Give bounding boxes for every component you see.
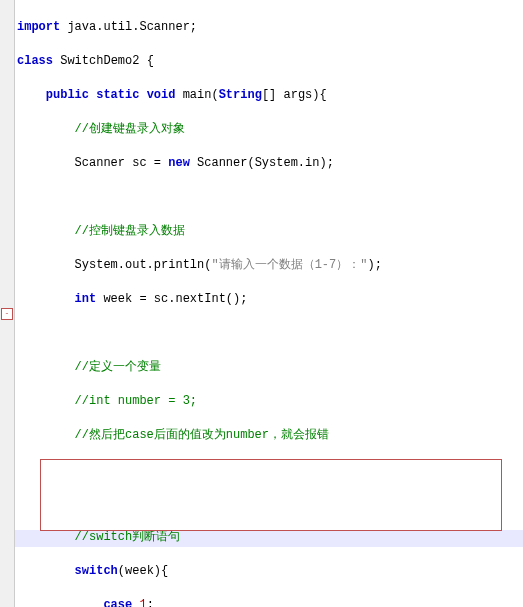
comment: //控制键盘录入数据 (75, 224, 185, 238)
param-type: String (219, 88, 262, 102)
kw-import: import (17, 20, 60, 34)
comment: //创建键盘录入对象 (75, 122, 185, 136)
comment: //定义一个变量 (75, 360, 161, 374)
kw-new: new (168, 156, 190, 170)
code-content[interactable]: import java.util.Scanner; class SwitchDe… (15, 0, 523, 607)
fold-marker[interactable]: - (1, 308, 13, 320)
brace: { (161, 564, 168, 578)
println-call: System.out.println( (75, 258, 212, 272)
comment: //然后把case后面的值改为number，就会报错 (75, 428, 329, 442)
kw-case: case (103, 598, 132, 607)
editor-gutter: - (0, 0, 15, 607)
string-literal: "请输入一个数据（1-7）：" (211, 258, 367, 272)
brace: { (147, 54, 154, 68)
method-name: main( (175, 88, 218, 102)
kw-class: class (17, 54, 53, 68)
import-path: java.util.Scanner; (60, 20, 197, 34)
code-editor: - import java.util.Scanner; class Switch… (0, 0, 523, 607)
kw-switch: switch (75, 564, 118, 578)
kw-int: int (75, 292, 97, 306)
switch-expr: (week) (118, 564, 161, 578)
param-rest: [] args) (262, 88, 320, 102)
brace: { (319, 88, 326, 102)
class-name: SwitchDemo2 (53, 54, 147, 68)
stmt-end: ); (367, 258, 381, 272)
comment: //int number = 3; (75, 394, 197, 408)
scanner-decl: Scanner sc = (75, 156, 169, 170)
comment: //switch判断语句 (75, 530, 181, 544)
week-decl: week = sc.nextInt(); (96, 292, 247, 306)
method-modifiers: public static void (46, 88, 176, 102)
case-num: 1 (132, 598, 146, 607)
scanner-new: Scanner(System.in); (190, 156, 334, 170)
colon: : (147, 598, 154, 607)
